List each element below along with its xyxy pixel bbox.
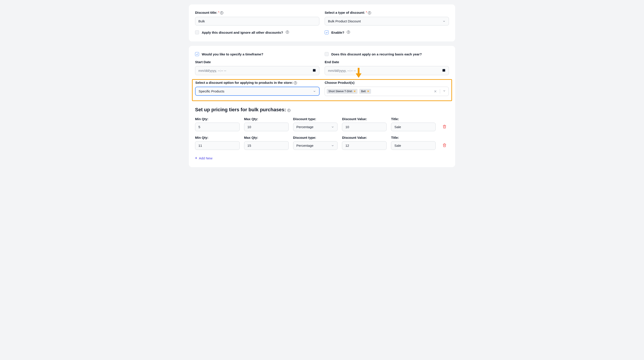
end-date-input[interactable]: mm/dd/yyyy, --:-- --: [325, 66, 449, 75]
discount-basics-card: Discount title: * i Select a type of dis…: [189, 4, 455, 41]
calendar-icon: [312, 68, 316, 73]
enable-row: Enable? i: [325, 30, 449, 34]
chevron-down-icon: [331, 144, 334, 147]
tier-row: Min Qty: Max Qty: Discount type: Percent…: [195, 136, 449, 150]
svg-rect-7: [444, 69, 444, 69]
discount-option-field: Select a discount option for applying to…: [195, 81, 319, 96]
enable-label: Enable?: [331, 31, 344, 34]
enable-checkbox[interactable]: [325, 30, 329, 34]
tier-title-input[interactable]: [391, 123, 436, 131]
discount-title-input[interactable]: [195, 17, 319, 25]
delete-tier-button[interactable]: [440, 122, 449, 131]
svg-rect-2: [314, 69, 314, 69]
discount-type-field: Select a type of discount: * i Bulk Prod…: [325, 11, 449, 25]
info-icon[interactable]: i: [294, 81, 297, 84]
remove-tag-icon[interactable]: ✕: [354, 90, 356, 93]
divider: [440, 89, 440, 94]
tier-title-label: Title:: [391, 117, 436, 121]
discount-type-label: Discount type:: [293, 136, 338, 140]
end-date-field: End Date mm/dd/yyyy, --:-- --: [325, 60, 449, 75]
product-tag: Belt ✕: [359, 89, 371, 94]
clear-all-icon[interactable]: ✕: [432, 89, 438, 94]
choose-products-select[interactable]: Short Sleeve T-Shirt ✕ Belt ✕ ✕: [325, 87, 449, 96]
svg-rect-3: [315, 69, 315, 69]
timeframe-row: Would you like to specify a timeframe?: [195, 52, 319, 56]
date-placeholder: mm/dd/yyyy, --:-- --: [328, 69, 356, 72]
min-qty-label: Min Qty:: [195, 117, 240, 121]
chevron-down-icon: [331, 126, 334, 129]
calendar-icon: [442, 68, 446, 73]
discount-value-input[interactable]: [342, 123, 386, 131]
discount-details-card: Would you like to specify a timeframe? D…: [189, 46, 455, 167]
min-qty-label: Min Qty:: [195, 136, 240, 140]
recurring-label: Does this discount apply on a recurring …: [331, 52, 422, 56]
tier-title-label: Title:: [391, 136, 436, 140]
discount-title-label: Discount title:: [195, 11, 217, 14]
discount-value-label: Discount Value:: [342, 136, 386, 140]
start-date-input[interactable]: mm/dd/yyyy, --:-- --: [195, 66, 319, 75]
choose-products-field: Choose Product(s) Short Sleeve T-Shirt ✕…: [325, 81, 449, 96]
pricing-tiers-heading: Set up pricing tiers for bulk purchases:…: [195, 107, 449, 113]
chevron-down-icon: [313, 90, 316, 93]
discount-value-label: Discount Value:: [342, 117, 386, 121]
svg-rect-6: [443, 69, 444, 69]
info-icon[interactable]: i: [220, 11, 223, 14]
info-icon[interactable]: i: [368, 11, 371, 14]
min-qty-input[interactable]: [195, 141, 240, 150]
tier-title-input[interactable]: [391, 141, 436, 150]
product-tag-label: Belt: [361, 90, 366, 93]
product-tag-label: Short Sleeve T-Shirt: [328, 90, 352, 93]
discount-option-value: Specific Products: [198, 89, 224, 93]
tier-type-value: Percentage: [296, 144, 314, 147]
discount-option-select[interactable]: Specific Products: [195, 87, 319, 96]
max-qty-label: Max Qty:: [244, 136, 289, 140]
ignore-others-row: Apply this discount and ignore all other…: [195, 30, 319, 34]
trash-icon: [442, 143, 446, 147]
tier-row: Min Qty: Max Qty: Discount type: Percent…: [195, 117, 449, 131]
add-new-tier-button[interactable]: + Add New: [195, 156, 212, 160]
svg-rect-5: [442, 69, 445, 70]
timeframe-checkbox[interactable]: [195, 52, 199, 56]
max-qty-input[interactable]: [244, 123, 289, 131]
tier-type-value: Percentage: [296, 125, 314, 129]
required-star-icon: *: [366, 11, 367, 14]
recurring-checkbox[interactable]: [325, 52, 329, 56]
discount-type-select[interactable]: Percentage: [293, 123, 338, 131]
delete-tier-button[interactable]: [440, 141, 449, 150]
svg-rect-1: [313, 69, 316, 70]
pricing-tiers-heading-text: Set up pricing tiers for bulk purchases:: [195, 107, 286, 112]
ignore-others-label: Apply this discount and ignore all other…: [202, 31, 283, 34]
discount-type-value: Bulk Product Discount: [328, 19, 361, 23]
end-date-label: End Date: [325, 60, 339, 64]
recurring-row: Does this discount apply on a recurring …: [325, 52, 449, 56]
info-icon[interactable]: i: [347, 31, 350, 34]
remove-tag-icon[interactable]: ✕: [367, 90, 369, 93]
add-new-label: Add New: [199, 156, 212, 160]
discount-type-select[interactable]: Percentage: [293, 141, 338, 150]
discount-type-label: Select a type of discount:: [325, 11, 365, 14]
info-icon[interactable]: i: [286, 31, 289, 34]
min-qty-input[interactable]: [195, 123, 240, 131]
required-star-icon: *: [218, 11, 219, 14]
product-tag: Short Sleeve T-Shirt ✕: [327, 89, 358, 94]
choose-products-label: Choose Product(s): [325, 81, 354, 84]
chevron-down-icon[interactable]: [442, 89, 447, 93]
discount-title-field: Discount title: * i: [195, 11, 319, 25]
info-icon[interactable]: i: [288, 109, 290, 112]
chevron-down-icon: [442, 20, 446, 23]
highlight-annotation: Select a discount option for applying to…: [192, 79, 452, 101]
trash-icon: [442, 125, 446, 129]
timeframe-label: Would you like to specify a timeframe?: [202, 52, 263, 56]
start-date-label: Start Date: [195, 60, 211, 64]
discount-value-input[interactable]: [342, 141, 386, 150]
product-tags: Short Sleeve T-Shirt ✕ Belt ✕: [327, 89, 431, 94]
max-qty-input[interactable]: [244, 141, 289, 150]
plus-icon: +: [195, 156, 197, 160]
date-placeholder: mm/dd/yyyy, --:-- --: [198, 69, 226, 72]
max-qty-label: Max Qty:: [244, 117, 289, 121]
start-date-field: Start Date mm/dd/yyyy, --:-- --: [195, 60, 319, 75]
discount-type-select[interactable]: Bulk Product Discount: [325, 17, 449, 25]
discount-type-label: Discount type:: [293, 117, 338, 121]
discount-option-label: Select a discount option for applying to…: [195, 81, 293, 84]
ignore-others-checkbox[interactable]: [195, 30, 199, 34]
